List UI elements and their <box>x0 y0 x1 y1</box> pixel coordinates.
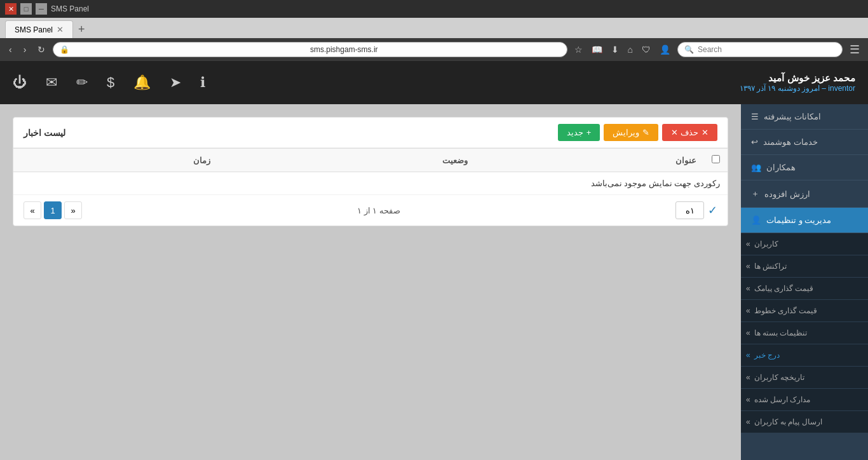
new-label: جدید <box>567 128 583 137</box>
col-title: عنوان <box>475 149 704 172</box>
chevron-icon-users: » <box>746 240 750 248</box>
sidebar-item-smart[interactable]: خدمات هوشمند ↩ <box>741 130 868 155</box>
new-button[interactable]: + جدید <box>558 124 600 141</box>
tab-label: SMS Panel <box>15 25 53 34</box>
chevron-icon-transactions: » <box>746 262 750 271</box>
sidebar-subitem-sent-docs[interactable]: مدارک ارسل شده » <box>741 389 868 411</box>
search-bar[interactable]: 🔍 Search <box>677 42 843 57</box>
active-tab[interactable]: SMS Panel ✕ <box>5 20 73 38</box>
email-icon[interactable]: ✉ <box>46 74 57 91</box>
sidebar-label-advanced: امکانات پیشرفته <box>764 112 821 121</box>
title-bar: SMS Panel ─ □ ✕ <box>0 0 868 18</box>
user-name: محمد عزیز خوش آمید <box>740 72 855 84</box>
user-info: محمد عزیز خوش آمید inventor – امروز دوشن… <box>740 72 855 93</box>
sidebar-item-advanced[interactable]: امکانات پیشرفته ☰ <box>741 104 868 130</box>
sidebar-sub-menu: کاربران » تراکنش ها » قیمت گذاری پیامک »… <box>741 233 868 433</box>
sidebar-item-partners[interactable]: همکاران 👥 <box>741 155 868 180</box>
prev-page-button[interactable]: « <box>64 201 82 219</box>
sidebar-subitem-users[interactable]: کاربران » <box>741 233 868 255</box>
chevron-icon-line-price: » <box>746 306 750 315</box>
edit-button[interactable]: ✎ ویرایش <box>604 124 658 141</box>
sidebar-sublabel-sent-docs: مدارک ارسل شده <box>754 395 811 404</box>
nav-bar: ‹ › ↻ 🔒 sms.pishgam-sms.ir ☆ 📖 ⬇ ⌂ 🛡 👤 🔍… <box>0 38 868 61</box>
info-icon[interactable]: ℹ <box>200 74 205 91</box>
minimize-button[interactable]: ─ <box>36 3 47 15</box>
sidebar-sublabel-sms-price: قیمت گذاری پیامک <box>754 284 814 293</box>
user-date-role: inventor – امروز دوشنبه ۱۹ آذر ۱۳۹۷ <box>740 84 855 93</box>
download-button[interactable]: ⬇ <box>608 43 622 56</box>
sidebar-label-management: مدیریت و تنظیمات <box>766 215 831 225</box>
data-table: عنوان وضعیت زمان رکوردی جهت نمایش موجود … <box>13 148 728 195</box>
sidebar-sublabel-line-price: قیمت گذاری خطوط <box>754 306 818 315</box>
edit-label: ویرایش <box>613 128 639 137</box>
select-all-checkbox[interactable] <box>712 155 720 163</box>
chevron-icon-news-entry: » <box>746 351 750 360</box>
delete-label: حذف ✕ <box>671 128 698 137</box>
content-area: ✕ حذف ✕ ✎ ویرایش + جدید لیست اخبار <box>0 104 741 460</box>
page-number-input[interactable] <box>675 201 704 219</box>
new-tab-button[interactable]: + <box>73 20 90 38</box>
sidebar-icon-smart: ↩ <box>751 137 758 147</box>
url-bar[interactable]: 🔒 sms.pishgam-sms.ir <box>53 42 567 57</box>
account-button[interactable]: 👤 <box>656 43 674 56</box>
tab-close-icon[interactable]: ✕ <box>57 25 64 34</box>
chevron-icon-sent-docs: » <box>746 395 750 404</box>
tag-icon[interactable]: ✏ <box>76 74 88 91</box>
page-input-wrap: ✓ <box>675 201 717 219</box>
pagination-info: صفحه ۱ از ۱ <box>357 206 400 215</box>
chevron-icon-send-msg: » <box>746 417 750 426</box>
send-icon[interactable]: ➤ <box>170 74 181 91</box>
refresh-button[interactable]: ↻ <box>34 42 49 57</box>
edit-icon: ✎ <box>642 128 649 137</box>
panel-title: لیست اخبار <box>24 128 65 138</box>
date-label: امروز دوشنبه ۱۹ آذر ۱۳۹۷ <box>740 84 820 93</box>
sidebar-sublabel-news-entry: درج خبر <box>754 351 780 360</box>
no-records-message: رکوردی جهت نمایش موجود نمی‌باشد <box>13 172 728 195</box>
sidebar-subitem-transactions[interactable]: تراکنش ها » <box>741 255 868 278</box>
sidebar-item-management[interactable]: مدیریت و تنظیمات 👤 <box>741 208 868 233</box>
sidebar-icon-advanced: ☰ <box>751 112 759 121</box>
sidebar-sublabel-package-settings: تنظیمات بسته ها <box>754 328 808 337</box>
sidebar-label-partners: همکاران <box>766 163 796 172</box>
sidebar-sublabel-send-msg: ارسال پیام به کاربران <box>754 417 822 426</box>
delete-button[interactable]: ✕ حذف ✕ <box>662 124 717 141</box>
forward-button[interactable]: › <box>20 42 31 57</box>
sidebar-sublabel-transactions: تراکنش ها <box>754 262 787 271</box>
window-title: SMS Panel <box>51 4 863 13</box>
sidebar-subitem-package-settings[interactable]: تنظیمات بسته ها » <box>741 322 868 344</box>
top-nav-icons: ℹ ➤ 🔔 $ ✏ ✉ ⏻ <box>13 74 205 91</box>
shield-button[interactable]: 🛡 <box>639 43 654 56</box>
next-page-button[interactable]: » <box>24 201 41 219</box>
power-icon[interactable]: ⏻ <box>13 74 27 91</box>
chevron-icon-package-settings: » <box>746 328 750 337</box>
sidebar-label-smart: خدمات هوشمند <box>763 137 818 147</box>
sidebar-subitem-sms-price[interactable]: قیمت گذاری پیامک » <box>741 278 868 300</box>
dollar-icon[interactable]: $ <box>107 74 114 91</box>
bookmark-star-button[interactable]: ☆ <box>571 43 586 56</box>
maximize-button[interactable]: □ <box>20 3 32 15</box>
current-page-button[interactable]: 1 <box>44 201 62 219</box>
tab-bar: SMS Panel ✕ + <box>0 18 868 38</box>
sidebar-subitem-send-msg[interactable]: ارسال پیام به کاربران » <box>741 411 868 433</box>
panel-header: ✕ حذف ✕ ✎ ویرایش + جدید لیست اخبار <box>13 118 728 148</box>
back-button[interactable]: ‹ <box>5 42 16 57</box>
reader-button[interactable]: 📖 <box>588 43 606 56</box>
sidebar-item-value[interactable]: ارزش افزوده ＋ <box>741 180 868 208</box>
no-records-row: رکوردی جهت نمایش موجود نمی‌باشد <box>13 172 728 195</box>
delete-icon: ✕ <box>702 128 709 137</box>
search-icon: 🔍 <box>684 45 694 54</box>
sidebar-subitem-news-entry[interactable]: درج خبر » <box>741 344 868 367</box>
sidebar-subitem-line-price[interactable]: قیمت گذاری خطوط » <box>741 300 868 322</box>
page-go-button[interactable]: ✓ <box>708 203 717 217</box>
sidebar-subitem-user-history[interactable]: تاریخچه کاربران » <box>741 367 868 389</box>
bell-icon[interactable]: 🔔 <box>133 74 151 91</box>
sidebar-sublabel-user-history: تاریخچه کاربران <box>754 373 804 382</box>
col-time: زمان <box>13 149 218 172</box>
menu-button[interactable]: ☰ <box>846 41 863 58</box>
nav-icons: ☆ 📖 ⬇ ⌂ 🛡 👤 <box>571 43 674 56</box>
sidebar-label-value: ارزش افزوده <box>764 189 810 199</box>
sidebar: امکانات پیشرفته ☰ خدمات هوشمند ↩ همکاران… <box>741 104 868 460</box>
home-button[interactable]: ⌂ <box>625 43 636 56</box>
toolbar: ✕ حذف ✕ ✎ ویرایش + جدید <box>558 124 717 141</box>
close-button[interactable]: ✕ <box>5 3 17 15</box>
